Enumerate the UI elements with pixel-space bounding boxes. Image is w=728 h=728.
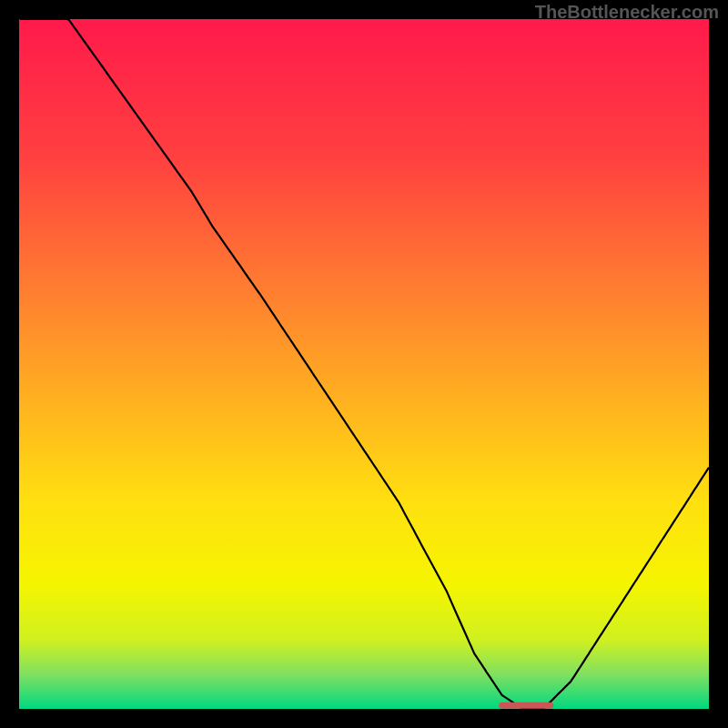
watermark-text: TheBottlenecker.com (535, 2, 719, 23)
chart-svg (19, 19, 709, 709)
chart-background (19, 19, 709, 709)
chart-plot-area (19, 19, 709, 709)
